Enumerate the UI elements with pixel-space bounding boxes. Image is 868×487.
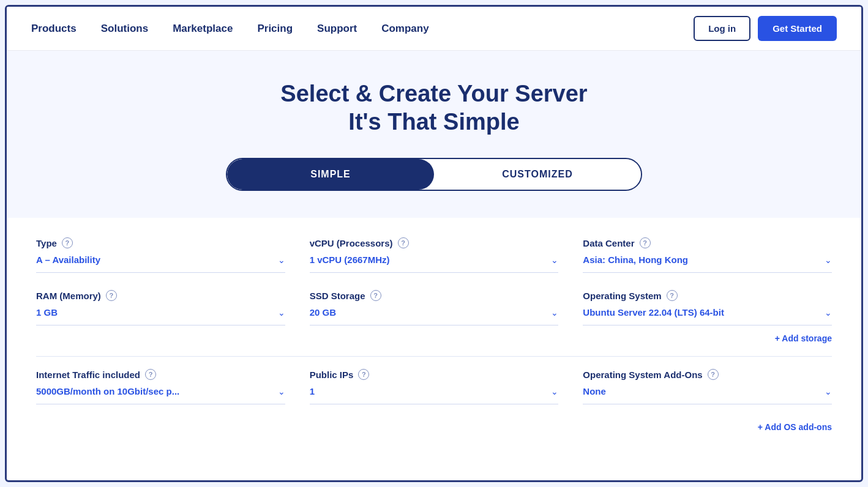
toggle-customized[interactable]: CUSTOMIZED [434, 159, 641, 190]
os-addons-group: Operating System Add-Ons ? None ⌄ [583, 369, 832, 404]
public-ips-select[interactable]: 1 ⌄ [310, 386, 559, 396]
datacenter-chevron-icon: ⌄ [825, 255, 832, 265]
nav-marketplace[interactable]: Marketplace [173, 23, 233, 35]
vcpu-label: vCPU (Processors) [310, 238, 393, 248]
ssd-label: SSD Storage [310, 291, 365, 301]
datacenter-label: Data Center [583, 238, 634, 248]
datacenter-select[interactable]: Asia: China, Hong Kong ⌄ [583, 255, 832, 265]
form-row-1: Type ? A – Availability ⌄ vCPU (Processo… [36, 237, 832, 273]
vcpu-group: vCPU (Processors) ? 1 vCPU (2667MHz) ⌄ [310, 237, 559, 273]
ssd-value: 20 GB [310, 307, 336, 318]
vcpu-value: 1 vCPU (2667MHz) [310, 255, 390, 265]
public-ips-value: 1 [310, 386, 315, 396]
form-row-3: Internet Traffic included ? 5000GB/month… [36, 369, 832, 404]
os-value: Ubuntu Server 22.04 (LTS) 64-bit [583, 307, 724, 318]
navigation: Products Solutions Marketplace Pricing S… [7, 7, 861, 51]
internet-traffic-select[interactable]: 5000GB/month on 10Gbit/sec p... ⌄ [36, 386, 285, 396]
divider [36, 356, 832, 357]
public-ips-chevron-icon: ⌄ [551, 387, 558, 396]
server-config-form: Type ? A – Availability ⌄ vCPU (Processo… [7, 218, 861, 447]
ram-select[interactable]: 1 GB ⌄ [36, 307, 285, 318]
nav-solutions[interactable]: Solutions [101, 23, 148, 35]
nav-pricing[interactable]: Pricing [257, 23, 293, 35]
type-help-icon[interactable]: ? [62, 237, 73, 248]
internet-traffic-group: Internet Traffic included ? 5000GB/month… [36, 369, 285, 404]
os-label: Operating System [583, 291, 661, 301]
ram-group: RAM (Memory) ? 1 GB ⌄ [36, 290, 285, 325]
os-addons-select[interactable]: None ⌄ [583, 386, 832, 396]
login-button[interactable]: Log in [694, 16, 750, 41]
internet-traffic-help-icon[interactable]: ? [145, 369, 156, 380]
hero-title: Select & Create Your Server It's That Si… [31, 80, 837, 136]
type-select[interactable]: A – Availability ⌄ [36, 255, 285, 265]
ram-value: 1 GB [36, 307, 58, 318]
type-value: A – Availability [36, 255, 100, 265]
ram-help-icon[interactable]: ? [106, 290, 117, 301]
os-addons-value: None [583, 386, 606, 396]
plan-toggle[interactable]: SIMPLE CUSTOMIZED [226, 158, 642, 191]
public-ips-label: Public IPs [310, 370, 354, 380]
ssd-help-icon[interactable]: ? [370, 290, 381, 301]
ram-label: RAM (Memory) [36, 291, 101, 301]
internet-traffic-value: 5000GB/month on 10Gbit/sec p... [36, 386, 179, 396]
os-addons-label: Operating System Add-Ons [583, 370, 702, 380]
os-chevron-icon: ⌄ [825, 308, 832, 318]
type-group: Type ? A – Availability ⌄ [36, 237, 285, 273]
nav-actions: Log in Get Started [694, 16, 837, 41]
ssd-chevron-icon: ⌄ [551, 308, 558, 318]
form-row-2: RAM (Memory) ? 1 GB ⌄ SSD Storage ? 20 G… [36, 290, 832, 325]
toggle-simple[interactable]: SIMPLE [227, 159, 434, 190]
add-os-addons-link[interactable]: + Add OS add-ons [758, 422, 832, 432]
os-addons-help-icon[interactable]: ? [708, 369, 719, 380]
vcpu-select[interactable]: 1 vCPU (2667MHz) ⌄ [310, 255, 559, 265]
datacenter-group: Data Center ? Asia: China, Hong Kong ⌄ [583, 237, 832, 273]
nav-products[interactable]: Products [31, 23, 77, 35]
ram-chevron-icon: ⌄ [278, 308, 285, 318]
nav-company[interactable]: Company [381, 23, 428, 35]
add-storage-row: + Add storage [36, 333, 832, 344]
datacenter-value: Asia: China, Hong Kong [583, 255, 688, 265]
ssd-group: SSD Storage ? 20 GB ⌄ [310, 290, 559, 325]
internet-traffic-chevron-icon: ⌄ [278, 387, 285, 396]
os-select[interactable]: Ubuntu Server 22.04 (LTS) 64-bit ⌄ [583, 307, 832, 318]
os-help-icon[interactable]: ? [667, 290, 678, 301]
os-addons-chevron-icon: ⌄ [825, 387, 832, 396]
type-label: Type [36, 238, 57, 248]
hero-section: Select & Create Your Server It's That Si… [7, 51, 861, 218]
nav-support[interactable]: Support [317, 23, 357, 35]
nav-links: Products Solutions Marketplace Pricing S… [31, 23, 429, 35]
internet-traffic-label: Internet Traffic included [36, 370, 140, 380]
ssd-select[interactable]: 20 GB ⌄ [310, 307, 559, 318]
type-chevron-icon: ⌄ [278, 255, 285, 265]
get-started-button[interactable]: Get Started [758, 16, 837, 41]
vcpu-help-icon[interactable]: ? [398, 237, 409, 248]
add-os-row: + Add OS add-ons [36, 422, 832, 433]
add-storage-link[interactable]: + Add storage [775, 333, 832, 343]
public-ips-help-icon[interactable]: ? [358, 369, 369, 380]
vcpu-chevron-icon: ⌄ [551, 255, 558, 265]
public-ips-group: Public IPs ? 1 ⌄ [310, 369, 559, 404]
toggle-container: SIMPLE CUSTOMIZED [31, 158, 837, 191]
datacenter-help-icon[interactable]: ? [640, 237, 651, 248]
os-group: Operating System ? Ubuntu Server 22.04 (… [583, 290, 832, 325]
